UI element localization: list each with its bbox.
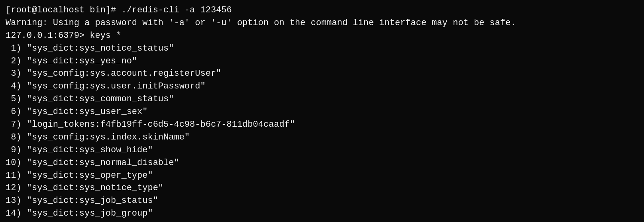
line-5: 5) "sys_dict:sys_common_status" — [6, 93, 638, 106]
line-4: 4) "sys_config:sys.user.initPassword" — [6, 80, 638, 93]
line-12: 12) "sys_dict:sys_notice_type" — [6, 182, 638, 194]
line-warning: Warning: Using a password with '-a' or '… — [6, 17, 638, 29]
line-11: 11) "sys_dict:sys_oper_type" — [6, 169, 638, 182]
line-15: 15) "sys_config:sys.index.sideTheme" — [6, 220, 638, 222]
line-1: 1) "sys_dict:sys_notice_status" — [6, 42, 638, 55]
line-13: 13) "sys_dict:sys_job_status" — [6, 194, 638, 207]
line-7: 7) "login_tokens:f4fb19ff-c6d5-4c98-b6c7… — [6, 118, 638, 131]
line-3: 3) "sys_config:sys.account.registerUser" — [6, 67, 638, 80]
line-keys-cmd: 127.0.0.1:6379> keys * — [6, 29, 638, 42]
line-9: 9) "sys_dict:sys_show_hide" — [6, 144, 638, 157]
line-2: 2) "sys_dict:sys_yes_no" — [6, 55, 638, 68]
line-10: 10) "sys_dict:sys_normal_disable" — [6, 157, 638, 169]
terminal-window: [root@localhost bin]# ./redis-cli -a 123… — [6, 4, 638, 218]
line-6: 6) "sys_dict:sys_user_sex" — [6, 106, 638, 118]
line-cmd: [root@localhost bin]# ./redis-cli -a 123… — [6, 4, 638, 17]
line-8: 8) "sys_config:sys.index.skinName" — [6, 131, 638, 144]
line-14: 14) "sys_dict:sys_job_group" — [6, 207, 638, 220]
